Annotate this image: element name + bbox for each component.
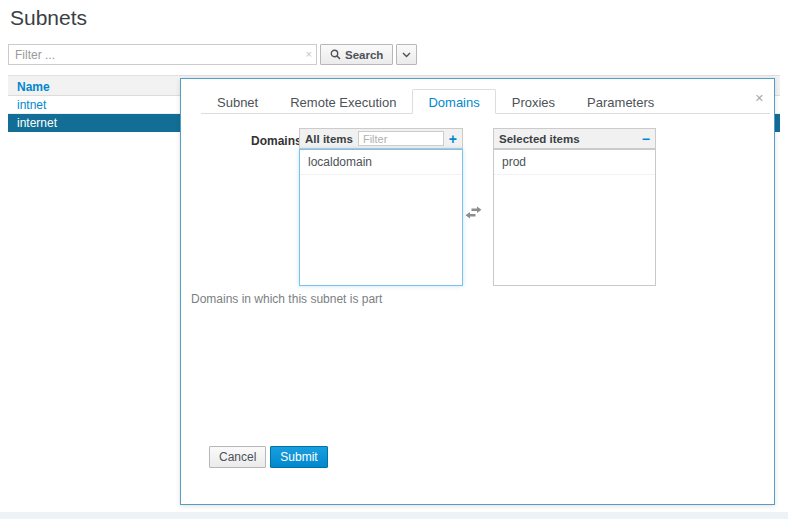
search-button-label: Search	[345, 49, 383, 61]
domains-field-label: Domains	[251, 134, 302, 148]
list-item[interactable]: localdomain	[300, 150, 462, 175]
subnet-link[interactable]: intnet	[17, 98, 46, 112]
tab-proxies[interactable]: Proxies	[496, 89, 571, 114]
available-items-filter-input[interactable]	[358, 131, 444, 146]
tab-subnet[interactable]: Subnet	[201, 89, 274, 114]
remove-icon[interactable]: −	[642, 132, 650, 146]
available-items-title: All items	[305, 133, 353, 145]
filter-input-wrap: ×	[8, 44, 317, 65]
edit-subnet-modal: ✕ Subnet Remote Execution Domains Proxie…	[180, 78, 775, 505]
page-title: Subnets	[10, 6, 87, 30]
submit-button[interactable]: Submit	[270, 446, 327, 468]
search-button[interactable]: Search	[320, 44, 393, 65]
available-items-list[interactable]: localdomain	[299, 149, 463, 286]
available-items-header: All items +	[299, 128, 463, 149]
tab-remote-execution[interactable]: Remote Execution	[274, 89, 412, 114]
list-item[interactable]: prod	[494, 150, 655, 175]
selected-items-title: Selected items	[499, 133, 580, 145]
available-items-panel: All items + localdomain	[299, 128, 463, 286]
selected-items-list[interactable]: prod	[493, 149, 656, 286]
field-help-text: Domains in which this subnet is part	[191, 292, 382, 306]
clear-icon[interactable]: ×	[306, 47, 312, 61]
tab-parameters[interactable]: Parameters	[571, 89, 670, 114]
subnet-link[interactable]: internet	[17, 116, 57, 130]
cancel-button[interactable]: Cancel	[209, 446, 266, 468]
search-options-button[interactable]	[396, 44, 417, 65]
search-input[interactable]	[8, 44, 317, 65]
search-icon	[330, 49, 341, 60]
chevron-down-icon	[402, 52, 411, 58]
selected-items-header: Selected items −	[493, 128, 656, 149]
search-bar: × Search	[8, 44, 417, 65]
modal-tabs: Subnet Remote Execution Domains Proxies …	[201, 89, 770, 114]
tab-domains[interactable]: Domains	[412, 89, 495, 114]
modal-actions: Cancel Submit	[209, 446, 328, 468]
column-header-name[interactable]: Name	[17, 80, 50, 94]
add-icon[interactable]: +	[449, 132, 457, 146]
selected-items-panel: Selected items − prod	[493, 128, 656, 286]
bottom-strip	[0, 512, 788, 519]
exchange-icon[interactable]	[465, 205, 482, 223]
